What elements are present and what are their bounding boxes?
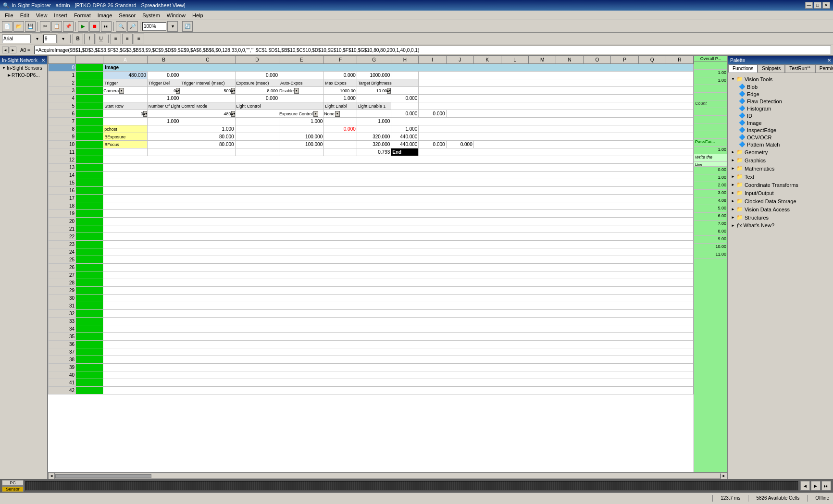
col-g-header[interactable]: G: [357, 56, 391, 64]
cell-a1[interactable]: 480.000: [103, 72, 147, 79]
cell-g6[interactable]: [357, 110, 391, 118]
cell-b10[interactable]: [147, 141, 180, 148]
row-4-header[interactable]: 4: [49, 95, 76, 102]
row-5-header[interactable]: 5: [49, 102, 76, 110]
cell-a11[interactable]: [103, 148, 147, 156]
tree-inspect-edge[interactable]: 🔷 InspectEdge: [738, 126, 831, 134]
tree-ocr[interactable]: 🔷 OCV/OCR: [738, 134, 831, 141]
tree-histogram[interactable]: 🔷 Histogram: [738, 105, 831, 112]
disable-dropdown[interactable]: ▾: [294, 88, 299, 94]
cell-c1[interactable]: [180, 72, 235, 79]
cell-h6[interactable]: 0.000: [391, 110, 419, 118]
cell-a10[interactable]: BFocus: [103, 141, 147, 148]
cell-h9[interactable]: 440.000: [391, 133, 419, 141]
filmstrip-next[interactable]: ►: [811, 481, 821, 491]
camera-dropdown[interactable]: ▾: [119, 88, 124, 94]
cell-a6[interactable]: 0 ▴▾: [103, 110, 147, 118]
cell-f1[interactable]: 0.000: [324, 72, 357, 79]
cell-d11[interactable]: [235, 148, 279, 156]
col-l-header[interactable]: L: [501, 56, 528, 64]
cell-d9[interactable]: [235, 133, 279, 141]
row-8-header[interactable]: 8: [49, 125, 76, 133]
cell-e10[interactable]: 100.000: [279, 141, 324, 148]
cell-d6[interactable]: [235, 110, 279, 118]
tree-text[interactable]: ► 📁 Text: [730, 172, 831, 181]
align-left-button[interactable]: ≡: [111, 34, 121, 44]
a6-spinner[interactable]: ▴▾: [143, 111, 147, 117]
cell-e3[interactable]: Disable ▾: [279, 87, 324, 95]
cell-f9[interactable]: [324, 133, 357, 141]
col-q-header[interactable]: Q: [638, 56, 666, 64]
cell-f8[interactable]: 0.000: [324, 125, 357, 133]
menu-view[interactable]: View: [33, 12, 50, 19]
formula-input[interactable]: [34, 46, 831, 54]
cell-f6[interactable]: None ▾: [324, 110, 357, 118]
cell-a0[interactable]: Image: [103, 64, 391, 72]
menu-system[interactable]: System: [139, 12, 163, 19]
align-right-button[interactable]: ≡: [134, 34, 144, 44]
filmstrip-end[interactable]: ⏭: [821, 481, 831, 491]
cell-b11[interactable]: [147, 148, 180, 156]
tree-image[interactable]: 🔷 Image: [738, 119, 831, 126]
cut-button[interactable]: ✂: [40, 21, 50, 32]
cell-f4[interactable]: 1.000: [324, 95, 357, 102]
tree-graphics[interactable]: ► 📁 Graphics: [730, 156, 831, 164]
cell-d1[interactable]: 0.000: [235, 72, 279, 79]
cell-c9[interactable]: 80.000: [180, 133, 235, 141]
row-10-header[interactable]: 10: [49, 141, 76, 148]
cell-b3[interactable]: 0 ▴▾: [147, 87, 180, 95]
col-m-header[interactable]: M: [529, 56, 556, 64]
maximize-button[interactable]: □: [814, 2, 821, 9]
formula-bar-nav-right[interactable]: ►: [10, 47, 16, 53]
cell-g7[interactable]: 1.000: [357, 118, 391, 125]
col-k-header[interactable]: K: [473, 56, 501, 64]
cell-c11[interactable]: [180, 148, 235, 156]
col-p-header[interactable]: P: [611, 56, 638, 64]
formula-bar-nav-left[interactable]: ◄: [2, 47, 9, 53]
tree-whats-new[interactable]: ► ƒx What's New?: [730, 221, 831, 229]
cell-g1[interactable]: 1000.000: [357, 72, 391, 79]
cell-b4[interactable]: 1.000: [147, 95, 180, 102]
tree-id[interactable]: 🔷 ID: [738, 112, 831, 119]
menu-window[interactable]: Window: [164, 12, 188, 19]
row-11-header[interactable]: 11: [49, 148, 76, 156]
tree-clocked-data[interactable]: ► 📁 Clocked Data Storage: [730, 197, 831, 205]
cell-c7[interactable]: [180, 118, 235, 125]
cell-f3[interactable]: 1000.00: [324, 87, 357, 95]
font-family-input[interactable]: [2, 35, 31, 43]
cell-c4[interactable]: [180, 95, 235, 102]
col-n-header[interactable]: N: [556, 56, 584, 64]
tree-coord-transforms[interactable]: ► 📁 Coordinate Transforms: [730, 181, 831, 189]
align-center-button[interactable]: ≡: [122, 34, 133, 44]
tree-input-output[interactable]: ► 📁 Input/Output: [730, 189, 831, 197]
cell-f11[interactable]: [324, 148, 357, 156]
col-d-header[interactable]: D: [235, 56, 279, 64]
sensor-button[interactable]: Sensor: [2, 486, 24, 492]
cell-g9[interactable]: 320.000: [357, 133, 391, 141]
cell-h11[interactable]: End: [391, 148, 419, 156]
menu-edit[interactable]: Edit: [17, 12, 32, 19]
g3-spinner[interactable]: ▴▾: [387, 88, 391, 94]
tree-pattern-match[interactable]: 🔷 Pattern Match: [738, 141, 831, 148]
menu-help[interactable]: Help: [189, 12, 206, 19]
cell-e7[interactable]: 1.000: [279, 118, 324, 125]
cell-h3[interactable]: [391, 87, 419, 95]
menu-insert[interactable]: Insert: [51, 12, 70, 19]
tree-geometry[interactable]: ► 📁 Geometry: [730, 148, 831, 156]
cell-a4[interactable]: [103, 95, 147, 102]
row-6-header[interactable]: 6: [49, 110, 76, 118]
filmstrip-prev[interactable]: ◄: [800, 481, 810, 491]
tab-functions[interactable]: Functions: [728, 64, 758, 73]
row-0-header[interactable]: 0: [49, 64, 76, 72]
col-i-header[interactable]: I: [419, 56, 446, 64]
col-j-header[interactable]: J: [446, 56, 473, 64]
horizontal-scrollbar[interactable]: ◄ ►: [48, 472, 727, 479]
network-panel-close[interactable]: ✕: [41, 58, 45, 63]
cell-b9[interactable]: [147, 133, 180, 141]
tab-permissions[interactable]: Permissions: [815, 64, 833, 73]
cell-b1[interactable]: 0.000: [147, 72, 180, 79]
tree-node-device[interactable]: ▶ RTKO-DP6...: [0, 72, 47, 79]
underline-button[interactable]: U: [96, 34, 106, 44]
col-c-header[interactable]: C: [180, 56, 235, 64]
cell-h8[interactable]: 1.000: [391, 125, 419, 133]
